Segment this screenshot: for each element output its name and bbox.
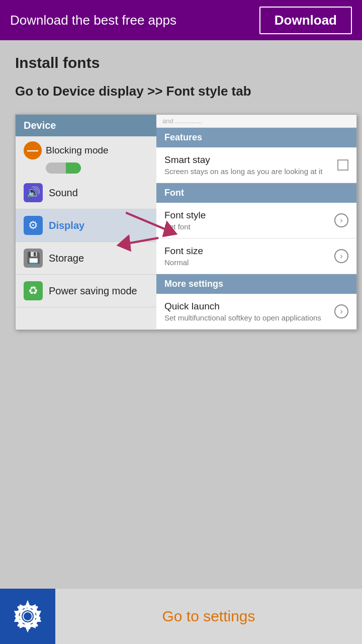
partial-top-text: and ............... [156, 115, 356, 128]
blocking-mode-label: Blocking mode [46, 145, 109, 156]
screenshot-container: Device Blocking mode 🔊 Sound [15, 114, 357, 330]
quick-launch-chevron: › [334, 304, 348, 318]
smart-stay-content: Smart stay Screen stays on as long as yo… [164, 154, 322, 176]
storage-label: Storage [49, 253, 84, 264]
sidebar-item-power[interactable]: ♻ Power saving mode [16, 275, 156, 307]
display-menu-icon: ⚙ [24, 216, 43, 235]
sound-menu-icon: 🔊 [24, 183, 43, 202]
right-panel: and ............... Features Smart stay … [156, 115, 356, 330]
top-banner: Download the best free apps Download [0, 0, 362, 40]
settings-icon-box [0, 589, 55, 644]
banner-text: Download the best free apps [10, 13, 176, 28]
sound-label: Sound [49, 187, 78, 199]
smart-stay-item[interactable]: Smart stay Screen stays on as long as yo… [156, 147, 356, 183]
display-label: Display [49, 220, 84, 231]
toggle-bar [46, 163, 81, 174]
speaker-icon: 🔊 [27, 186, 40, 199]
font-style-subtitle: Set font [164, 222, 206, 231]
blocking-icon [24, 141, 42, 159]
font-size-content: Font size Normal [164, 246, 203, 267]
smart-stay-subtitle: Screen stays on as long as you are looki… [164, 167, 322, 176]
storage-icon: 💾 [27, 252, 40, 265]
quick-launch-title: Quick launch [164, 301, 321, 312]
download-button[interactable]: Download [259, 7, 352, 34]
font-style-title: Font style [164, 210, 206, 221]
font-size-chevron: › [334, 249, 348, 263]
font-size-item[interactable]: Font size Normal › [156, 238, 356, 274]
power-menu-icon: ♻ [24, 281, 43, 300]
power-icon: ♻ [28, 284, 38, 297]
blocking-mode-toggle[interactable] [46, 163, 148, 174]
font-style-chevron: › [334, 213, 348, 227]
more-settings-header: More settings [156, 274, 356, 294]
smart-stay-checkbox[interactable] [337, 159, 348, 171]
go-to-settings-button[interactable]: Go to settings [55, 608, 362, 625]
quick-launch-item[interactable]: Quick launch Set multifunctional softkey… [156, 294, 356, 330]
quick-launch-subtitle: Set multifunctional softkey to open appl… [164, 313, 321, 322]
install-fonts-title: Install fonts [15, 54, 347, 71]
bottom-bar: Go to settings [0, 589, 362, 644]
gear-display-icon: ⚙ [28, 219, 38, 232]
quick-launch-content: Quick launch Set multifunctional softkey… [164, 301, 321, 322]
gear-icon [10, 599, 45, 634]
sidebar-item-sound[interactable]: 🔊 Sound [16, 177, 156, 209]
features-section-header: Features [156, 128, 356, 147]
font-style-content: Font style Set font [164, 210, 206, 231]
smart-stay-title: Smart stay [164, 154, 322, 166]
font-section-header: Font [156, 183, 356, 203]
left-panel: Device Blocking mode 🔊 Sound [16, 115, 156, 330]
subtitle: Go to Device display >> Font style tab [15, 84, 347, 99]
storage-menu-icon: 💾 [24, 249, 43, 268]
font-size-title: Font size [164, 246, 203, 257]
content-area: Install fonts Go to Device display >> Fo… [0, 40, 362, 340]
font-style-item[interactable]: Font style Set font › [156, 203, 356, 238]
left-panel-header: Device [16, 115, 156, 136]
toggle-on [66, 163, 81, 174]
sidebar-item-storage[interactable]: 💾 Storage [16, 242, 156, 275]
svg-point-5 [24, 613, 31, 620]
blocking-mode-row: Blocking mode [16, 136, 156, 177]
font-size-subtitle: Normal [164, 258, 203, 267]
power-label: Power saving mode [49, 285, 137, 297]
sidebar-item-display[interactable]: ⚙ Display [16, 209, 156, 242]
